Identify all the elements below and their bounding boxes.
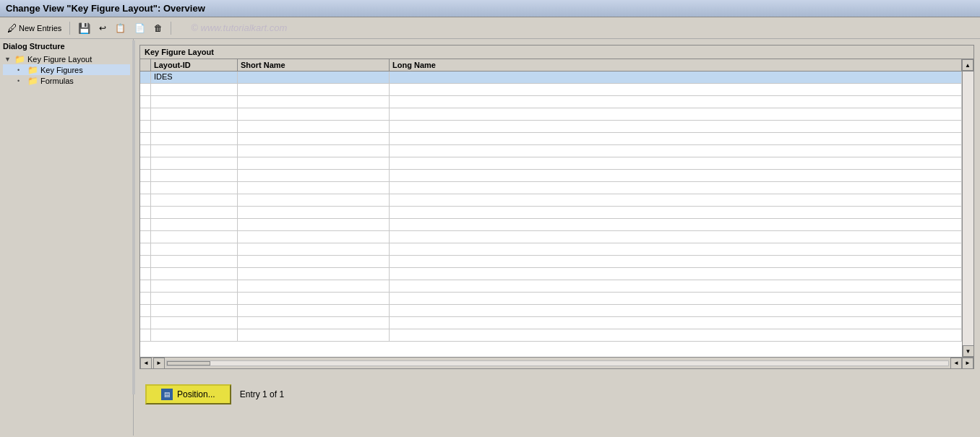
table-row[interactable] <box>140 243 962 256</box>
table-row[interactable] <box>140 231 962 243</box>
cell-short-name-0[interactable] <box>238 72 390 83</box>
table-title: Key Figure Layout <box>140 46 973 59</box>
new-entries-label: New Entries <box>19 24 61 33</box>
position-button-icon: ▤ <box>161 389 173 400</box>
header-indicator <box>140 59 151 71</box>
new-entries-icon: 🖊 <box>7 22 17 34</box>
folder-icon-key-figure-layout: 📁 <box>14 54 25 64</box>
table-row[interactable] <box>140 219 962 231</box>
table-row[interactable] <box>140 145 962 157</box>
entry-info: Entry 1 of 1 <box>240 389 284 399</box>
paste-button[interactable]: 📄 <box>132 22 148 35</box>
h-scroll-track[interactable] <box>166 360 949 366</box>
tree-label-formulas: Formulas <box>40 77 74 85</box>
table-row[interactable] <box>140 108 962 121</box>
table-body-area: IDES <box>140 72 973 357</box>
header-layout-id: Layout-ID <box>151 59 238 71</box>
table-row[interactable] <box>140 84 962 96</box>
cell-layout-id-0[interactable]: IDES <box>151 72 238 83</box>
table-row[interactable] <box>140 305 962 317</box>
save-button[interactable]: 💾 <box>75 21 93 35</box>
undo-button[interactable]: ↩ <box>96 22 109 35</box>
header-short-name: Short Name <box>238 59 390 71</box>
toolbar-separator-2 <box>171 22 171 35</box>
save-icon: 💾 <box>78 22 90 34</box>
h-scroll-thumb <box>167 361 210 365</box>
table-row[interactable] <box>140 280 962 293</box>
delete-button[interactable]: 🗑 <box>151 22 166 35</box>
toolbar-separator-1 <box>69 22 70 35</box>
table-row[interactable] <box>140 293 962 305</box>
tree-label-key-figure-layout: Key Figure Layout <box>27 55 92 64</box>
cell-indicator-0 <box>140 72 151 83</box>
new-entries-button[interactable]: 🖊 New Entries <box>4 21 64 35</box>
title-bar: Change View "Key Figure Layout": Overvie… <box>0 0 980 17</box>
scroll-right-btn-inner[interactable]: ► <box>153 358 165 369</box>
table-row[interactable] <box>140 317 962 329</box>
watermark-text: © www.tutorialkart.com <box>191 22 287 33</box>
table-row[interactable] <box>140 329 962 342</box>
folder-icon-formulas: 📁 <box>27 76 38 85</box>
toolbar: 🖊 New Entries 💾 ↩ 📋 📄 🗑 © www.tutorialka… <box>0 17 980 39</box>
cell-long-name-0[interactable] <box>390 72 962 83</box>
scroll-down-button[interactable]: ▼ <box>963 345 974 357</box>
table-container: Key Figure Layout Layout-ID Short Name L… <box>139 45 974 369</box>
table-row[interactable] <box>140 96 962 108</box>
scroll-right-end-button[interactable]: ◄ <box>950 358 962 369</box>
main-area: Dialog Structure ▼ 📁 Key Figure Layout •… <box>0 39 980 436</box>
tree-arrow-formulas: • <box>17 77 25 85</box>
table-row[interactable] <box>140 268 962 280</box>
tree-item-formulas[interactable]: • 📁 Formulas <box>3 75 130 86</box>
tree-label-key-figures: Key Figures <box>40 66 83 74</box>
panel-resize-handle[interactable] <box>132 40 135 394</box>
title-text: Change View "Key Figure Layout": Overvie… <box>6 3 205 14</box>
position-icon-inner: ▤ <box>164 391 171 398</box>
right-panel: Key Figure Layout Layout-ID Short Name L… <box>134 39 980 436</box>
table-header: Layout-ID Short Name Long Name ▲ <box>140 59 973 72</box>
dialog-structure-title: Dialog Structure <box>3 42 130 51</box>
table-row[interactable] <box>140 207 962 219</box>
delete-icon: 🗑 <box>154 23 163 33</box>
table-row[interactable]: IDES <box>140 72 962 84</box>
table-row[interactable] <box>140 133 962 145</box>
copy-icon: 📋 <box>115 23 126 33</box>
table-row[interactable] <box>140 194 962 207</box>
position-button[interactable]: ▤ Position... <box>145 384 231 404</box>
header-long-name: Long Name <box>390 59 962 71</box>
table-row[interactable] <box>140 157 962 170</box>
scroll-up-button[interactable]: ▲ <box>962 59 973 71</box>
left-panel: Dialog Structure ▼ 📁 Key Figure Layout •… <box>0 39 134 436</box>
table-row[interactable] <box>140 121 962 133</box>
table-body: IDES <box>140 72 962 357</box>
horizontal-scrollbar: ◄ ► ◄ ► <box>140 357 973 368</box>
vertical-scrollbar: ▼ <box>962 72 973 357</box>
table-row[interactable] <box>140 170 962 182</box>
table-row[interactable] <box>140 256 962 268</box>
paste-icon: 📄 <box>134 23 145 33</box>
folder-icon-key-figures: 📁 <box>27 65 38 74</box>
tree-item-key-figure-layout[interactable]: ▼ 📁 Key Figure Layout <box>3 53 130 64</box>
tree-item-key-figures[interactable]: • 📁 Key Figures <box>3 64 130 75</box>
table-row[interactable] <box>140 182 962 194</box>
undo-icon: ↩ <box>99 23 106 33</box>
position-button-label: Position... <box>177 389 215 399</box>
scroll-track[interactable] <box>963 72 974 345</box>
scroll-left-button[interactable]: ◄ <box>140 358 152 369</box>
tree-arrow-kf: • <box>17 66 25 74</box>
copy-button[interactable]: 📋 <box>112 22 129 35</box>
bottom-area: ▤ Position... Entry 1 of 1 <box>139 369 974 420</box>
tree-arrow-expand: ▼ <box>4 56 12 63</box>
scroll-right-end-btn2[interactable]: ► <box>962 358 973 369</box>
